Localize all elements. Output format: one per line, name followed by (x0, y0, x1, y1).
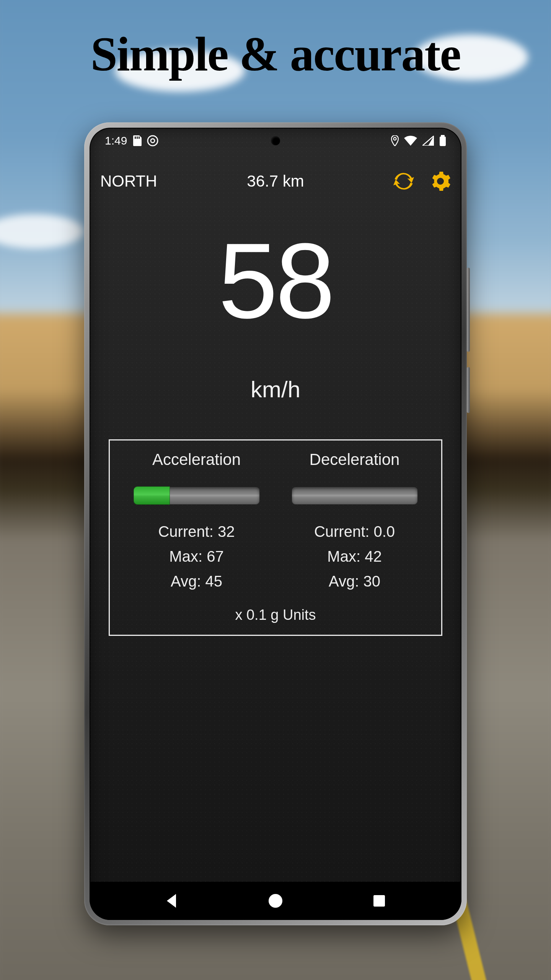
svg-rect-8 (373, 895, 385, 907)
deceleration-title: Deceleration (276, 450, 434, 469)
svg-rect-2 (139, 137, 140, 139)
settings-button[interactable] (430, 171, 451, 192)
cell-signal-icon (422, 136, 434, 146)
acceleration-bar (134, 486, 260, 505)
speed-value: 58 (90, 227, 461, 334)
nav-home-button[interactable] (269, 894, 282, 908)
acceleration-max: Max: 67 (117, 548, 276, 565)
wifi-icon (404, 136, 417, 146)
acceleration-avg: Avg: 45 (117, 573, 276, 590)
svg-rect-6 (441, 135, 445, 137)
phone-side-button (467, 268, 470, 352)
deceleration-column: Deceleration Current: 0.0 Max: 42 Avg: 3… (276, 450, 434, 598)
nav-recent-icon (373, 894, 386, 907)
deceleration-avg: Avg: 30 (276, 573, 434, 590)
status-bar: 1:49 (90, 128, 461, 154)
phone-screen: 1:49 NORTH 36.7 km (90, 128, 461, 920)
deceleration-current: Current: 0.0 (276, 523, 434, 540)
compass-direction: NORTH (100, 172, 157, 190)
app-status-icon (147, 135, 158, 146)
speed-display: 58 km/h (90, 227, 461, 403)
status-time: 1:49 (105, 134, 127, 147)
svg-rect-7 (440, 137, 446, 146)
location-icon (391, 135, 399, 146)
phone-frame: 1:49 NORTH 36.7 km (84, 122, 467, 925)
app-header: NORTH 36.7 km (90, 166, 461, 197)
svg-rect-0 (135, 137, 136, 139)
android-nav-bar (90, 882, 461, 920)
battery-icon (439, 135, 446, 146)
trip-distance: 36.7 km (247, 172, 304, 190)
refresh-icon (393, 171, 414, 192)
acceleration-bar-fill (134, 486, 170, 505)
deceleration-bar (292, 486, 418, 505)
nav-back-icon (165, 893, 178, 908)
svg-point-4 (151, 139, 155, 143)
speed-unit: km/h (90, 376, 461, 403)
headline: Simple & accurate (0, 27, 551, 82)
stats-units-footer: x 0.1 g Units (117, 607, 434, 623)
refresh-button[interactable] (393, 171, 414, 192)
deceleration-max: Max: 42 (276, 548, 434, 565)
svg-rect-1 (137, 137, 138, 139)
svg-point-5 (394, 138, 396, 140)
acceleration-title: Acceleration (117, 450, 276, 469)
nav-back-button[interactable] (165, 893, 178, 908)
nav-recent-button[interactable] (373, 894, 386, 907)
sd-card-icon (132, 135, 142, 146)
svg-point-3 (148, 136, 158, 146)
acceleration-current: Current: 32 (117, 523, 276, 540)
stats-panel: Acceleration Current: 32 Max: 67 Avg: 45… (109, 439, 442, 636)
acceleration-column: Acceleration Current: 32 Max: 67 Avg: 45 (117, 450, 276, 598)
phone-side-button (467, 367, 470, 413)
gear-icon (430, 171, 451, 192)
